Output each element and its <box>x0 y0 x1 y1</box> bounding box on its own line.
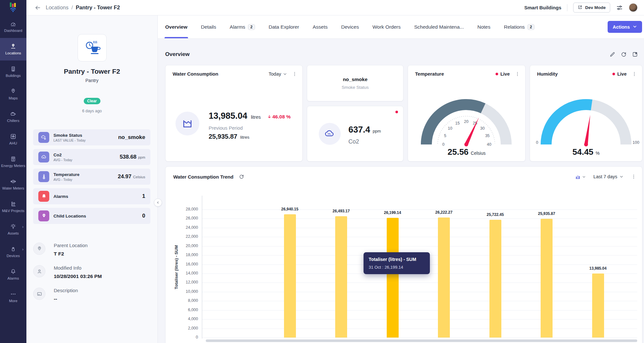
chart-type-dropdown[interactable] <box>575 174 586 180</box>
svg-text:15: 15 <box>455 121 460 125</box>
stat-row-temperature[interactable]: TemperatureAVG - Today24.97Celsius <box>33 169 150 185</box>
tab-label: Data Explorer <box>269 24 299 30</box>
buildings-icon <box>10 66 16 72</box>
detail-label: Parent Location <box>54 243 88 248</box>
dashboard-icon <box>10 21 16 27</box>
temperature-card: Temperature Live 0510152025303540 25.56C… <box>408 65 526 162</box>
live-indicator: Live <box>612 71 627 77</box>
sidebar-item-alarms[interactable]: Alarms <box>0 263 26 286</box>
co2-value: 637.4 <box>348 125 370 135</box>
tab-work-orders[interactable]: Work Orders <box>373 15 401 38</box>
bar[interactable] <box>438 218 450 338</box>
smoke-status-card: no_smoke Smoke Status <box>307 65 403 101</box>
sidebar-item-label: Chillers <box>7 119 19 123</box>
bar[interactable] <box>387 218 399 338</box>
y-tick-label: 20,000 <box>166 244 198 248</box>
expand-icon[interactable] <box>632 51 638 57</box>
refresh-icon[interactable] <box>621 51 627 57</box>
temperature-title: Temperature <box>415 71 444 77</box>
sidebar-item-energy-meters[interactable]: Energy Meters <box>0 151 26 173</box>
sidebar-item-locations[interactable]: Locations <box>0 38 26 60</box>
location-subtitle: Pantry <box>26 78 157 83</box>
stat-row-child-locations[interactable]: Child Locations0 <box>33 208 150 224</box>
sidebar-item-buildings[interactable]: Buildings <box>0 60 26 83</box>
kebab-menu-icon[interactable] <box>631 174 636 179</box>
tab-details[interactable]: Details <box>201 15 216 38</box>
kebab-menu-icon[interactable] <box>632 71 637 77</box>
svg-text:0: 0 <box>442 142 445 147</box>
sidebar-item-chillers[interactable]: Chillers <box>0 106 26 128</box>
tab-relations[interactable]: Relations2 <box>504 15 535 38</box>
actions-button[interactable]: Actions <box>608 21 642 33</box>
gridline <box>202 209 637 210</box>
bar[interactable] <box>284 214 296 338</box>
time-range-dropdown[interactable]: Last 7 days <box>593 174 623 179</box>
breadcrumb-section[interactable]: Locations <box>46 5 69 11</box>
y-tick-label: 2,000 <box>166 326 198 330</box>
topbar-divider <box>567 4 567 11</box>
sidebar-item-m-v-projects[interactable]: M&V Projects <box>0 196 26 218</box>
sidebar-item-more[interactable]: More <box>0 286 26 308</box>
chevron-right-icon: › <box>22 225 24 229</box>
collapse-panel-button[interactable] <box>154 199 162 207</box>
svg-text:40: 40 <box>487 142 491 147</box>
tab-label: Work Orders <box>373 24 401 30</box>
bar[interactable] <box>541 219 553 338</box>
sidebar-item-assets[interactable]: Assets› <box>0 218 26 241</box>
bar-value-label: 26,222.27 <box>425 210 463 215</box>
tab-scheduled-maintena[interactable]: Scheduled Maintena... <box>414 15 464 38</box>
chillers-icon <box>10 111 16 117</box>
sidebar-item-dashboard[interactable]: Dashboard <box>0 15 26 38</box>
tab-label: Notes <box>477 24 490 30</box>
back-button[interactable] <box>33 4 42 12</box>
bar[interactable] <box>592 273 604 338</box>
tab-label: Devices <box>341 24 359 30</box>
chart-scrollbar[interactable] <box>206 339 637 342</box>
bar-value-label: 26,940.15 <box>270 207 309 211</box>
trend-title: Water Consumption Trend <box>173 174 233 180</box>
tab-alarms[interactable]: Alarms2 <box>230 15 255 38</box>
gridline <box>202 218 637 219</box>
sidebar-item-water-meters[interactable]: Water Meters <box>0 173 26 196</box>
stat-title: Alarms <box>53 194 68 199</box>
detail-row-parent-location: Parent LocationT F2 <box>33 243 150 257</box>
refresh-icon[interactable] <box>239 174 244 179</box>
y-axis-label: Totaliser (litres) - SUM <box>174 235 179 300</box>
stat-row-co2[interactable]: co,Co2AVG - Today538.68ppm <box>33 149 150 165</box>
tab-data-explorer[interactable]: Data Explorer <box>269 15 299 38</box>
stat-subtitle: AVG - Today <box>53 178 80 181</box>
tab-overview[interactable]: Overview <box>165 15 187 38</box>
gridline <box>202 310 637 311</box>
sidebar-item-devices[interactable]: Devices› <box>0 241 26 263</box>
y-tick-label: 14,000 <box>166 271 198 275</box>
location-title: Pantry - Tower F2 <box>26 68 157 75</box>
tab-label: Details <box>201 24 216 30</box>
sidebar-item-ahu[interactable]: AHU <box>0 128 26 151</box>
stat-value: 0 <box>142 213 145 219</box>
user-avatar[interactable] <box>629 3 638 12</box>
app-logo[interactable] <box>0 0 26 15</box>
chart-tooltip: Totaliser (litres) - SUM 31 Oct : 26,199… <box>364 252 430 274</box>
tab-label: Scheduled Maintena... <box>414 24 464 30</box>
breadcrumb-current: Pantry - Tower F2 <box>76 5 120 11</box>
tab-notes[interactable]: Notes <box>477 15 490 38</box>
bar-chart-icon <box>575 174 581 180</box>
humidity-gauge: 0100 <box>530 81 642 157</box>
detail-label: Description <box>54 288 78 293</box>
kebab-menu-icon[interactable] <box>515 71 520 77</box>
sidebar-item-label: Water Meters <box>2 186 24 190</box>
bar[interactable] <box>335 216 347 338</box>
description-card-icon <box>33 288 45 300</box>
stat-row-smoke-status[interactable]: Smoke StatusLAST VALUE - Todayno_smoke <box>33 129 150 145</box>
co2-cloud-icon: co, <box>319 123 341 145</box>
tab-assets[interactable]: Assets <box>313 15 328 38</box>
stat-row-alarms[interactable]: Alarms1 <box>33 188 150 204</box>
tab-devices[interactable]: Devices <box>341 15 359 38</box>
edit-pencil-icon[interactable] <box>610 51 615 57</box>
sidebar-item-maps[interactable]: Maps <box>0 83 26 106</box>
detail-label: Modified Info <box>54 265 102 271</box>
settings-sliders-icon[interactable] <box>616 4 623 11</box>
dev-mode-button[interactable]: Dev Mode <box>573 3 610 13</box>
mv-projects-icon <box>10 201 16 207</box>
bar[interactable] <box>489 220 501 338</box>
